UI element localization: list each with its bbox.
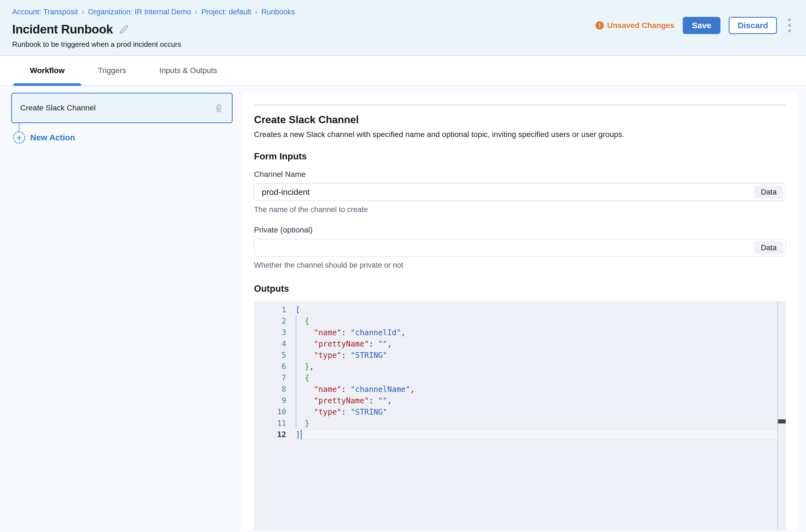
workflow-steps-panel: Create Slack Channel + New Action: [0, 86, 242, 531]
editor-scrollbar-cursor-marker[interactable]: [778, 419, 786, 423]
new-action-label: New Action: [30, 133, 75, 142]
code-line-content: "name": "channelName",: [295, 383, 786, 395]
page-subtitle: Runbook to be triggered when a prod inci…: [12, 40, 794, 49]
private-label: Private (optional): [254, 226, 786, 234]
workflow-action-card[interactable]: Create Slack Channel: [11, 93, 233, 123]
new-action-button[interactable]: + New Action: [13, 132, 242, 144]
code-line-content: },: [295, 361, 786, 372]
edit-title-icon[interactable]: [119, 25, 129, 34]
tab-workflow-label: Workflow: [30, 66, 65, 75]
outputs-code-editor[interactable]: 1[2 {3 "name": "channelId",4 "prettyName…: [254, 301, 786, 530]
breadcrumb-separator: ›: [195, 8, 198, 16]
code-line-content: "prettyName": "",: [295, 395, 786, 406]
private-helper: Whether the channel should be private or…: [254, 261, 786, 270]
page-title: Incident Runbook: [12, 22, 113, 36]
save-button[interactable]: Save: [683, 17, 720, 34]
breadcrumb: Account: Transposit › Organization: IR I…: [12, 8, 794, 16]
code-line[interactable]: 6 },: [254, 361, 786, 372]
editor-scrollbar-track: [777, 301, 778, 530]
discard-button[interactable]: Discard: [729, 17, 777, 34]
outputs-heading: Outputs: [254, 283, 786, 294]
code-line-content: [: [295, 304, 786, 315]
code-line[interactable]: 7 {: [254, 372, 786, 383]
line-number: 12: [254, 430, 295, 439]
text-cursor: [301, 430, 301, 439]
code-line[interactable]: 11 }: [254, 417, 786, 429]
line-number: 8: [254, 385, 295, 393]
channel-name-label: Channel Name: [254, 170, 786, 179]
bracket-indent-guide: [296, 315, 296, 429]
plus-icon: +: [13, 132, 25, 144]
code-line-content: "prettyName": "",: [295, 338, 786, 349]
breadcrumb-separator: ›: [82, 8, 84, 16]
tab-bar: Workflow Triggers Inputs & Outputs: [0, 56, 806, 86]
action-detail-description: Creates a new Slack channel with specifi…: [254, 130, 786, 139]
code-line[interactable]: 8 "name": "channelName",: [254, 383, 786, 395]
private-input[interactable]: [254, 239, 786, 256]
form-inputs-heading: Form Inputs: [254, 151, 786, 162]
tab-triggers[interactable]: Triggers: [81, 56, 143, 85]
channel-name-data-button[interactable]: Data: [754, 186, 783, 199]
line-number: 7: [254, 374, 295, 382]
tab-triggers-label: Triggers: [98, 66, 126, 75]
private-data-button[interactable]: Data: [754, 241, 783, 254]
tab-inputs-outputs[interactable]: Inputs & Outputs: [143, 56, 234, 85]
code-line[interactable]: 2 {: [254, 315, 786, 327]
code-line[interactable]: 9 "prettyName": "",: [254, 395, 786, 406]
unsaved-changes-badge: ! Unsaved Changes: [596, 21, 674, 30]
code-line-content: "type": "STRING": [295, 406, 786, 417]
action-detail-title: Create Slack Channel: [254, 114, 786, 126]
delete-action-button[interactable]: [214, 103, 223, 113]
action-card-label: Create Slack Channel: [20, 103, 214, 112]
channel-name-input[interactable]: [254, 183, 786, 201]
line-number: 4: [254, 339, 295, 348]
line-number: 11: [254, 419, 295, 428]
breadcrumb-organization-link[interactable]: Organization: IR Internal Demo: [88, 8, 191, 16]
breadcrumb-runbooks-link[interactable]: Runbooks: [261, 8, 295, 16]
unsaved-changes-label: Unsaved Changes: [607, 21, 674, 30]
workflow-connector-line: [19, 123, 19, 132]
line-number: 10: [254, 407, 295, 416]
tab-inputs-outputs-label: Inputs & Outputs: [159, 66, 217, 75]
line-number: 9: [254, 396, 295, 405]
line-number: 1: [254, 305, 295, 314]
line-number: 6: [254, 362, 295, 370]
code-line[interactable]: 4 "prettyName": "",: [254, 338, 786, 349]
code-line-content: ]: [295, 429, 777, 440]
channel-name-field: Channel Name Data The name of the channe…: [254, 170, 786, 214]
code-line[interactable]: 10 "type": "STRING": [254, 406, 786, 417]
line-number: 2: [254, 317, 295, 325]
breadcrumb-project-link[interactable]: Project: default: [201, 8, 251, 16]
code-line[interactable]: 5 "type": "STRING": [254, 349, 786, 361]
code-line-content: "type": "STRING": [295, 349, 786, 361]
warning-icon: !: [596, 21, 604, 30]
tab-workflow[interactable]: Workflow: [13, 56, 81, 85]
code-line-content: }: [295, 417, 786, 429]
private-field: Private (optional) Data Whether the chan…: [254, 226, 786, 270]
code-line-content: "name": "channelId",: [295, 327, 786, 338]
line-number: 5: [254, 351, 295, 359]
detail-top-divider: [254, 104, 786, 105]
code-line-content: {: [295, 315, 786, 327]
active-tab-indicator: [13, 83, 81, 86]
code-line[interactable]: 12]: [254, 429, 786, 440]
breadcrumb-account-link[interactable]: Account: Transposit: [12, 8, 78, 16]
breadcrumb-separator: ›: [255, 8, 258, 16]
channel-name-helper: The name of the channel to create: [254, 205, 786, 214]
code-editor-lines: 1[2 {3 "name": "channelId",4 "prettyName…: [254, 301, 786, 440]
code-line[interactable]: 1[: [254, 304, 786, 315]
line-number: 3: [254, 328, 295, 337]
action-detail-panel: Create Slack Channel Creates a new Slack…: [242, 92, 798, 530]
code-line-content: {: [295, 372, 786, 383]
more-options-button[interactable]: [785, 16, 794, 35]
code-line[interactable]: 3 "name": "channelId",: [254, 327, 786, 338]
page-header: Account: Transposit › Organization: IR I…: [0, 0, 806, 55]
